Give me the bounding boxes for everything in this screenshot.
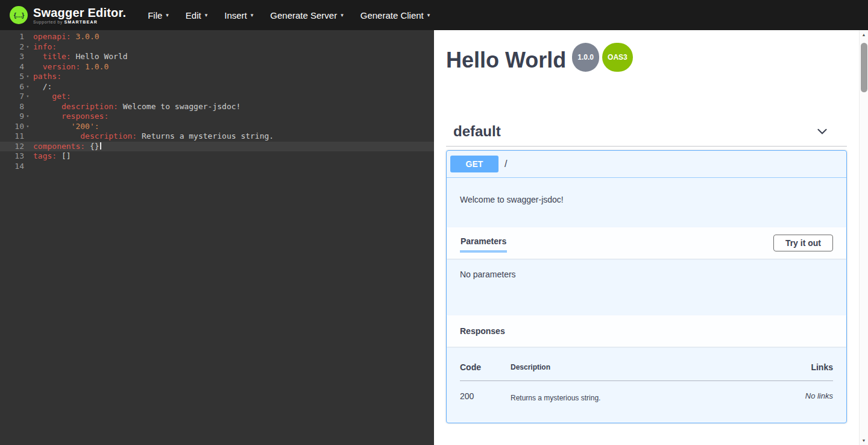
line-number: 14 bbox=[0, 162, 24, 172]
swagger-preview-pane: Hello World1.0.0OAS3 default GET / Welco… bbox=[434, 30, 868, 445]
response-links: No links bbox=[757, 381, 833, 403]
editor-gutter: 12▾345▾6▾7▾89▾10▾11121314 bbox=[0, 32, 31, 445]
topbar: {…} Swagger Editor. Supported by SMARTBE… bbox=[0, 0, 868, 30]
code-line[interactable]: title: Hello World bbox=[31, 52, 434, 62]
code-line[interactable]: get: bbox=[31, 92, 434, 102]
chevron-down-icon[interactable] bbox=[816, 125, 829, 138]
fold-arrow-icon[interactable]: ▾ bbox=[24, 122, 31, 132]
fold-arrow-icon[interactable]: ▾ bbox=[24, 112, 31, 122]
code-line[interactable]: paths: bbox=[31, 72, 434, 82]
opblock-get: GET / Welcome to swagger-jsdoc! Paramete… bbox=[446, 150, 847, 423]
token-key: get: bbox=[52, 92, 71, 101]
tab-parameters[interactable]: Parameters bbox=[460, 234, 507, 253]
fold-arrow-icon[interactable]: ▾ bbox=[24, 72, 31, 82]
menu-label: Generate Client bbox=[360, 10, 424, 21]
menu-label: Edit bbox=[186, 10, 201, 21]
code-line[interactable]: description: Welcome to swagger-jsdoc! bbox=[31, 102, 434, 112]
token-txt bbox=[33, 52, 43, 61]
line-number: 6 bbox=[0, 82, 24, 92]
smartbear-label: SMARTBEAR bbox=[64, 20, 98, 24]
token-key: title: bbox=[43, 52, 71, 61]
response-row-200: 200 Returns a mysterious string. No link… bbox=[460, 381, 833, 403]
token-key: tags: bbox=[33, 151, 57, 160]
code-line[interactable]: description: Returns a mysterious string… bbox=[31, 131, 434, 142]
token-key: components: bbox=[33, 142, 85, 151]
fold-arrow-icon[interactable]: ▾ bbox=[24, 42, 31, 52]
oas3-badge: OAS3 bbox=[602, 43, 633, 72]
token-txt: Welcome to swagger-jsdoc! bbox=[118, 102, 241, 111]
gutter-line: 7▾ bbox=[0, 92, 31, 102]
gutter-line: 2▾ bbox=[0, 42, 31, 52]
scroll-down-arrow-icon[interactable]: ▼ bbox=[860, 436, 868, 445]
scrollbar-thumb[interactable] bbox=[861, 43, 867, 92]
http-method-badge: GET bbox=[450, 156, 498, 172]
api-title-text: Hello World bbox=[446, 48, 566, 72]
gutter-line: 11 bbox=[0, 131, 31, 142]
line-number: 4 bbox=[0, 62, 24, 72]
line-number: 13 bbox=[0, 151, 24, 162]
fold-arrow-icon[interactable]: ▾ bbox=[24, 82, 31, 92]
code-line[interactable]: openapi: 3.0.0 bbox=[31, 32, 434, 42]
token-key: paths: bbox=[33, 72, 61, 81]
header-code: Code bbox=[460, 359, 511, 381]
line-number: 1 bbox=[0, 32, 24, 42]
preview-scrollbar[interactable]: ▲ ▼ bbox=[859, 30, 868, 445]
response-description: Returns a mysterious string. bbox=[511, 381, 757, 403]
code-line[interactable] bbox=[31, 162, 434, 172]
code-line[interactable]: responses: bbox=[31, 112, 434, 122]
token-txt: Hello World bbox=[71, 52, 128, 61]
operation-path: / bbox=[505, 159, 507, 169]
token-txt bbox=[33, 92, 52, 101]
code-line[interactable]: version: 1.0.0 bbox=[31, 62, 434, 72]
response-code: 200 bbox=[460, 381, 511, 403]
version-badge: 1.0.0 bbox=[572, 43, 599, 72]
code-line[interactable]: '200': bbox=[31, 122, 434, 132]
editor-code[interactable]: openapi: 3.0.0info: title: Hello World v… bbox=[31, 32, 434, 445]
token-txt bbox=[80, 62, 85, 71]
token-txt bbox=[33, 122, 71, 131]
brand-text: Swagger Editor. Supported by SMARTBEAR bbox=[33, 6, 126, 25]
header-links: Links bbox=[757, 359, 833, 381]
parameters-header: Parameters Try it out bbox=[447, 227, 846, 259]
menu-file[interactable]: File▾ bbox=[148, 10, 169, 21]
opblock-summary[interactable]: GET / bbox=[447, 151, 846, 178]
gutter-line: 1 bbox=[0, 32, 31, 42]
menu-label: Generate Server bbox=[270, 10, 337, 21]
responses-body: Code Description Links 200 Returns a mys… bbox=[447, 347, 846, 423]
menu-bar: File▾Edit▾Insert▾Generate Server▾Generat… bbox=[148, 10, 430, 21]
preview-content: Hello World1.0.0OAS3 default GET / Welco… bbox=[434, 30, 868, 423]
token-txt bbox=[33, 62, 43, 71]
line-number: 12 bbox=[0, 142, 24, 152]
gutter-line: 13 bbox=[0, 151, 31, 162]
code-line[interactable]: components: {} bbox=[31, 142, 434, 152]
caret-down-icon: ▾ bbox=[166, 12, 169, 18]
token-txt: [] bbox=[57, 151, 71, 160]
token-txt: Returns a mysterious string. bbox=[137, 131, 274, 140]
token-num: '200': bbox=[71, 122, 99, 131]
fold-arrow-icon[interactable]: ▾ bbox=[24, 92, 31, 102]
scroll-up-arrow-icon[interactable]: ▲ bbox=[860, 30, 868, 39]
try-it-out-button[interactable]: Try it out bbox=[773, 235, 833, 251]
code-editor[interactable]: 12▾345▾6▾7▾89▾10▾11121314 openapi: 3.0.0… bbox=[0, 30, 434, 445]
gutter-line: 10▾ bbox=[0, 122, 31, 132]
line-number: 11 bbox=[0, 131, 24, 142]
menu-edit[interactable]: Edit▾ bbox=[186, 10, 207, 21]
swagger-editor-brand[interactable]: {…} Swagger Editor. Supported by SMARTBE… bbox=[10, 6, 126, 25]
swagger-logo-icon: {…} bbox=[10, 6, 28, 24]
brand-subtitle: Supported by SMARTBEAR bbox=[33, 19, 126, 25]
tag-section-default[interactable]: default bbox=[446, 117, 847, 147]
code-line[interactable]: info: bbox=[31, 42, 434, 52]
token-txt bbox=[33, 112, 61, 121]
header-description: Description bbox=[511, 359, 757, 381]
menu-insert[interactable]: Insert▾ bbox=[224, 10, 253, 21]
token-key: info: bbox=[33, 42, 57, 51]
token-key: responses: bbox=[61, 112, 108, 121]
code-line[interactable]: tags: [] bbox=[31, 151, 434, 162]
menu-generate-server[interactable]: Generate Server▾ bbox=[270, 10, 343, 21]
token-key: version: bbox=[43, 62, 81, 71]
code-line[interactable]: /: bbox=[31, 82, 434, 92]
operation-description: Welcome to swagger-jsdoc! bbox=[447, 178, 846, 227]
responses-table-header-row: Code Description Links bbox=[460, 359, 833, 381]
menu-generate-client[interactable]: Generate Client▾ bbox=[360, 10, 430, 21]
line-number: 3 bbox=[0, 52, 24, 62]
